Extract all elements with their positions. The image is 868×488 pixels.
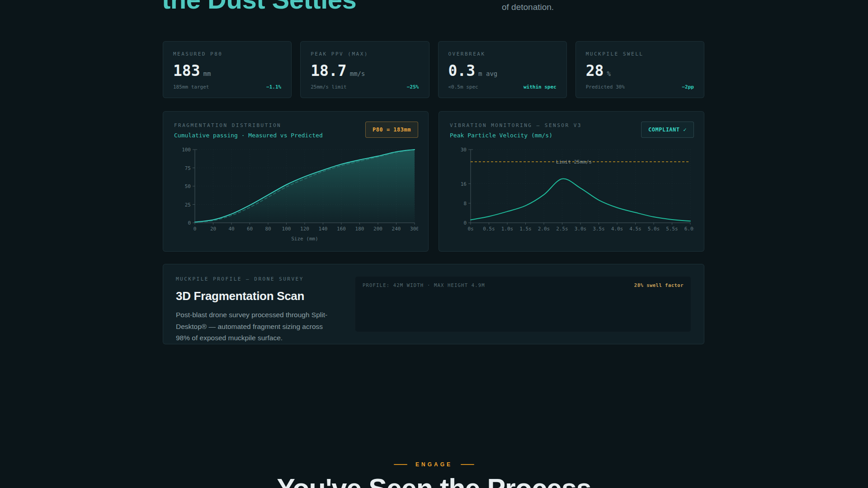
stat-label: MEASURED P80 xyxy=(173,51,281,57)
svg-text:5.5s: 5.5s xyxy=(666,226,678,232)
svg-text:0.5s: 0.5s xyxy=(483,226,495,232)
svg-text:80: 80 xyxy=(265,226,271,232)
stat-footer: 185mm target −1.1% xyxy=(173,84,281,90)
kicker-line-right xyxy=(461,464,474,465)
stat-value-row: 0.3 m avg xyxy=(448,62,557,80)
svg-text:50: 50 xyxy=(185,183,191,189)
vibration-chart: 0816300s0.5s1.0s1.5s2.0s2.5s3.0s3.5s4.0s… xyxy=(450,145,694,242)
svg-text:3.5s: 3.5s xyxy=(593,226,605,232)
kicker-line-left xyxy=(394,464,407,465)
hero-heading: the Dust Settles xyxy=(162,0,356,13)
svg-text:160: 160 xyxy=(337,226,346,232)
svg-text:0s: 0s xyxy=(467,226,473,232)
fragmentation-chart: 0255075100020406080100120140160180200240… xyxy=(174,145,418,242)
stat-label: PEAK PPV (MAX) xyxy=(311,51,419,57)
compliant-badge: COMPLIANT ✓ xyxy=(641,122,694,138)
stat-value: 28 xyxy=(586,62,604,80)
svg-text:2.0s: 2.0s xyxy=(538,226,550,232)
vibration-chart-card: VIBRATION MONITORING — SENSOR V3 Peak Pa… xyxy=(439,111,704,252)
svg-text:1.0s: 1.0s xyxy=(501,226,514,232)
stat-card-measured-p80: MEASURED P80 183 mm 185mm target −1.1% xyxy=(163,41,292,98)
svg-text:100: 100 xyxy=(282,226,291,232)
muckpile-body: Post-blast drone survey processed throug… xyxy=(176,309,330,344)
stat-card-overbreak: OVERBREAK 0.3 m avg <0.5m spec within sp… xyxy=(438,41,567,98)
swell-factor: 28% swell factor xyxy=(634,282,684,288)
stat-value: 183 xyxy=(173,62,200,80)
stats-row: MEASURED P80 183 mm 185mm target −1.1% P… xyxy=(163,41,704,98)
fragmentation-chart-card: FRAGMENTATION DISTRIBUTION Cumulative pa… xyxy=(163,111,429,252)
hero-tagline-line: of detonation. xyxy=(502,0,554,14)
muckpile-label: MUCKPILE PROFILE — DRONE SURVEY xyxy=(176,276,330,282)
svg-text:0: 0 xyxy=(188,220,191,226)
stat-label: OVERBREAK xyxy=(448,51,557,57)
stat-note: Predicted 30% xyxy=(586,84,625,90)
muckpile-heading: 3D Fragmentation Scan xyxy=(176,289,330,303)
stat-note: 185mm target xyxy=(173,84,209,90)
svg-text:6.0s: 6.0s xyxy=(684,226,694,232)
kicker-text: ENGAGE xyxy=(415,461,453,468)
stat-note: 25mm/s limit xyxy=(311,84,346,90)
svg-text:0: 0 xyxy=(463,220,467,226)
stat-label: MUCKPILE SWELL xyxy=(586,51,694,57)
svg-text:140: 140 xyxy=(319,226,328,232)
svg-text:20: 20 xyxy=(210,226,216,232)
svg-text:300: 300 xyxy=(410,226,418,232)
svg-text:5.0s: 5.0s xyxy=(648,226,660,232)
svg-text:0: 0 xyxy=(193,226,197,232)
svg-text:200: 200 xyxy=(373,226,382,232)
svg-text:3.0s: 3.0s xyxy=(575,226,587,232)
muckpile-text-column: MUCKPILE PROFILE — DRONE SURVEY 3D Fragm… xyxy=(176,276,330,332)
muckpile-profile-card: MUCKPILE PROFILE — DRONE SURVEY 3D Fragm… xyxy=(163,264,704,344)
svg-text:120: 120 xyxy=(300,226,309,232)
stat-delta: −2pp xyxy=(682,84,694,90)
stat-note: <0.5m spec xyxy=(448,84,478,90)
svg-text:8: 8 xyxy=(463,201,467,206)
stat-delta: −25% xyxy=(407,84,419,90)
svg-text:Size (mm): Size (mm) xyxy=(291,236,318,242)
svg-text:2.5s: 2.5s xyxy=(556,226,568,232)
stat-unit: % xyxy=(607,70,611,77)
drone-survey-panel: PROFILE: 42M WIDTH · MAX HEIGHT 4.9M 28%… xyxy=(355,276,691,332)
svg-text:Limit 25mm/s: Limit 25mm/s xyxy=(556,159,592,165)
stat-value-row: 18.7 mm/s xyxy=(311,62,419,80)
svg-text:240: 240 xyxy=(392,226,401,232)
stat-footer: <0.5m spec within spec xyxy=(448,84,557,90)
stat-value: 0.3 xyxy=(448,62,476,80)
svg-text:30: 30 xyxy=(461,147,467,153)
p80-badge: P80 = 183mm xyxy=(365,122,418,138)
stat-delta: within spec xyxy=(524,84,557,90)
svg-text:25: 25 xyxy=(185,202,191,208)
svg-text:75: 75 xyxy=(185,165,191,171)
stat-unit: mm xyxy=(203,70,211,77)
blast-results-page: the Dust Settles of detonation. MEASURED… xyxy=(0,0,868,488)
svg-text:4.0s: 4.0s xyxy=(611,226,623,232)
svg-text:4.5s: 4.5s xyxy=(629,226,642,232)
stat-footer: Predicted 30% −2pp xyxy=(586,84,694,90)
svg-text:100: 100 xyxy=(182,147,191,153)
stat-value-row: 28 % xyxy=(586,62,694,80)
section-heading: You've Seen the Process xyxy=(0,473,868,488)
stat-value: 18.7 xyxy=(311,62,346,80)
stat-card-muckpile-swell: MUCKPILE SWELL 28 % Predicted 30% −2pp xyxy=(576,41,704,98)
engage-kicker: ENGAGE xyxy=(0,461,868,468)
svg-text:60: 60 xyxy=(247,226,253,232)
svg-text:180: 180 xyxy=(355,226,364,232)
stat-footer: 25mm/s limit −25% xyxy=(311,84,419,90)
profile-meta: PROFILE: 42M WIDTH · MAX HEIGHT 4.9M xyxy=(363,282,485,288)
stat-delta: −1.1% xyxy=(266,84,281,90)
charts-row: FRAGMENTATION DISTRIBUTION Cumulative pa… xyxy=(163,111,704,252)
stat-unit: m avg xyxy=(478,70,497,77)
svg-text:40: 40 xyxy=(228,226,234,232)
svg-text:16: 16 xyxy=(461,181,467,187)
svg-text:1.5s: 1.5s xyxy=(519,226,532,232)
stat-card-peak-ppv: PEAK PPV (MAX) 18.7 mm/s 25mm/s limit −2… xyxy=(300,41,429,98)
stat-unit: mm/s xyxy=(350,70,365,77)
stat-value-row: 183 mm xyxy=(173,62,281,80)
